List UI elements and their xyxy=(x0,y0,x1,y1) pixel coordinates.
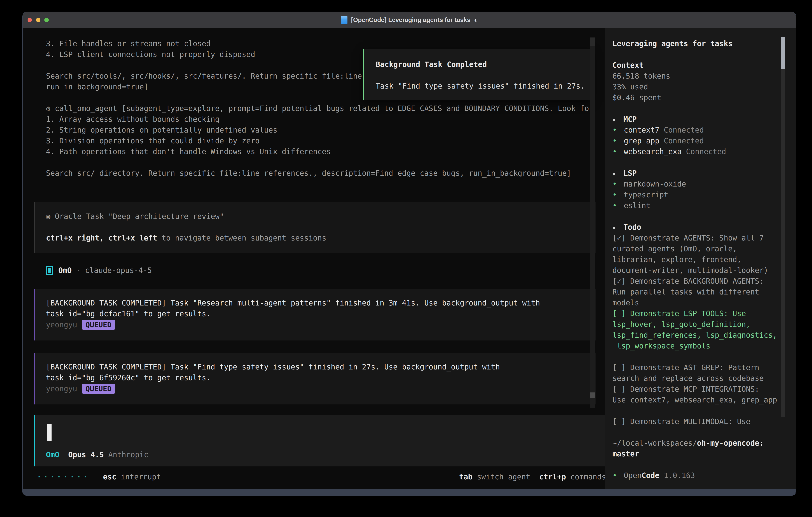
document-icon xyxy=(341,16,347,24)
todo-line: [✓] Demonstrate AGENTS: Show all 7 xyxy=(612,233,795,244)
session-sidebar: Leveraging agents for tasks Context 66,5… xyxy=(605,28,795,489)
todo-line: search and replace across codebase xyxy=(612,373,795,384)
ctrlp-key-label: commands xyxy=(566,472,606,481)
version-line: •OpenCode1.0.163 xyxy=(612,470,795,481)
bullet-icon: • xyxy=(612,179,624,190)
status-bar: ········ esc interrupt tab switch agent … xyxy=(37,471,606,482)
lsp-item: •markdown-oxide xyxy=(612,179,795,190)
lsp-item: •typescript xyxy=(612,190,795,200)
queued-badge: QUEUED xyxy=(82,320,115,330)
todo-line: [ ] Demonstrate AST-GREP: Pattern xyxy=(612,362,795,373)
lsp-item: •eslint xyxy=(612,200,795,211)
oracle-icon: ◉ xyxy=(46,212,50,221)
context-used: 33% used xyxy=(612,82,795,92)
tool-call-item: 2. String operations on potentially unde… xyxy=(46,125,593,136)
todo-line-active: lsp_find_references, lsp_diagnostics, xyxy=(612,330,795,341)
window-title: [OpenCode] Leveraging agents for tasks xyxy=(351,17,470,24)
tab-key-label: switch agent xyxy=(472,472,530,481)
main-scrollbar[interactable] xyxy=(590,37,594,408)
context-heading: Context xyxy=(612,60,795,71)
chevron-down-icon: ▼ xyxy=(612,222,624,233)
toast-title: Background Task Completed xyxy=(376,59,591,70)
scrollbar-thumb[interactable] xyxy=(590,37,594,46)
scrollbar-thumb[interactable] xyxy=(590,392,594,398)
scrollbar-thumb[interactable] xyxy=(781,37,785,70)
task-user: yeongyu xyxy=(46,384,77,393)
half-circle-icon: ◐ xyxy=(474,17,478,23)
prompt-input[interactable]: OmO Opus 4.5 Anthropic xyxy=(34,415,605,466)
todo-line: curated agents (OmO, oracle, xyxy=(612,244,795,254)
chevron-down-icon: ▼ xyxy=(612,114,624,125)
background-task-message: [BACKGROUND TASK COMPLETED] Task "Resear… xyxy=(34,289,596,341)
tool-call-item: 1. Array access without bounds checking xyxy=(46,114,593,125)
toast-body: Task "Find type safety issues" finished … xyxy=(376,81,591,91)
task-message-line: [BACKGROUND TASK COMPLETED] Task "Find t… xyxy=(46,362,596,373)
mcp-section-header[interactable]: ▼MCP xyxy=(612,114,795,125)
todo-line: Use context7, websearch_exa, grep_app xyxy=(612,394,795,405)
oracle-task-block: ◉ Oracle Task "Deep architecture review"… xyxy=(34,202,596,253)
mcp-status: Connected xyxy=(664,126,704,134)
bullet-icon: • xyxy=(612,190,624,200)
queued-badge: QUEUED xyxy=(82,384,115,393)
tool-call-block: ⚙ call_omo_agent [subagent_type=explore,… xyxy=(46,103,593,179)
gear-icon: ⚙ xyxy=(46,104,50,113)
context-tokens: 66,518 tokens xyxy=(612,71,795,82)
oracle-task-line: ◉ Oracle Task "Deep architecture review" xyxy=(46,211,596,222)
bullet-icon: • xyxy=(612,200,624,211)
workspace-path: ~/local-workspaces/oh-my-opencode: xyxy=(612,438,795,448)
task-message-line: task_id="bg_6f59260c" to get results. xyxy=(46,373,596,383)
sidebar-scrollbar[interactable] xyxy=(781,37,785,417)
todo-line-active: lsp_workspace_symbols xyxy=(612,341,795,351)
chevron-down-icon: ▼ xyxy=(612,168,624,179)
todo-line: Run parallel tasks with different xyxy=(612,287,795,298)
tool-call-tail: Search src/ directory. Return specific f… xyxy=(46,168,593,179)
zoom-button[interactable] xyxy=(45,18,49,22)
tool-call-item: 4. Path operations that don't handle Win… xyxy=(46,146,593,157)
background-task-message: [BACKGROUND TASK COMPLETED] Task "Find t… xyxy=(34,353,596,404)
window-title-area: [OpenCode] Leveraging agents for tasks ◐ xyxy=(23,12,795,28)
bullet-icon: • xyxy=(612,146,624,157)
mcp-item: •websearch_exaConnected xyxy=(612,146,795,157)
tool-call-head: ⚙ call_omo_agent [subagent_type=explore,… xyxy=(46,103,593,114)
esc-key-hint: esc xyxy=(103,472,116,481)
workspace-branch: master xyxy=(612,448,795,459)
scrollback-line: 4. LSP client connections not properly d… xyxy=(46,49,362,60)
model-selector[interactable]: OmO Opus 4.5 Anthropic xyxy=(46,450,148,460)
scrollback-line: run_in_background=true] xyxy=(46,82,362,92)
scrollback-text: 3. File handles or streams not closed 4.… xyxy=(46,38,362,92)
opencode-window: [OpenCode] Leveraging agents for tasks ◐… xyxy=(23,12,795,495)
separator-dot: · xyxy=(76,266,81,275)
todo-line: models xyxy=(612,298,795,308)
todo-line: [ ] Demonstrate MULTIMODAL: Use xyxy=(612,416,795,427)
bullet-icon: • xyxy=(612,125,624,136)
tool-call-item: 3. Division operations that could divide… xyxy=(46,136,593,146)
window-bottom-edge xyxy=(23,489,795,495)
close-button[interactable] xyxy=(28,18,32,22)
task-user: yeongyu xyxy=(46,321,77,329)
task-message-line: [BACKGROUND TASK COMPLETED] Task "Resear… xyxy=(46,298,596,308)
todo-line: [✓] Demonstrate BACKGROUND AGENTS: xyxy=(612,276,795,287)
context-spent: $0.46 spent xyxy=(612,92,795,103)
mcp-item: •grep_appConnected xyxy=(612,136,795,146)
mcp-item: •context7Connected xyxy=(612,125,795,136)
mcp-status: Connected xyxy=(664,137,704,145)
titlebar[interactable]: [OpenCode] Leveraging agents for tasks ◐ xyxy=(23,12,795,28)
lsp-section-header[interactable]: ▼LSP xyxy=(612,168,795,179)
background-task-toast: Background Task Completed Task "Find typ… xyxy=(363,49,592,100)
terminal-body: 3. File handles or streams not closed 4.… xyxy=(23,28,795,489)
mcp-status: Connected xyxy=(686,147,726,156)
todo-section-header[interactable]: ▼Todo xyxy=(612,222,795,233)
traffic-lights xyxy=(23,18,49,22)
minimize-button[interactable] xyxy=(36,18,40,22)
text-cursor xyxy=(47,424,52,441)
ctrlp-key-hint: ctrl+p xyxy=(530,472,566,481)
scrollback-line: 3. File handles or streams not closed xyxy=(46,38,362,49)
agent-avatar-icon xyxy=(46,266,53,275)
bullet-icon: • xyxy=(612,470,624,481)
todo-line: librarian, explore, frontend, xyxy=(612,254,795,265)
todo-line-active: [ ] Demonstrate LSP TOOLS: Use xyxy=(612,308,795,319)
agent-model: claude-opus-4-5 xyxy=(85,266,152,275)
tab-key-hint: tab xyxy=(459,472,472,481)
agent-header: OmO · claude-opus-4-5 xyxy=(46,265,152,276)
agent-name: OmO xyxy=(58,266,72,275)
